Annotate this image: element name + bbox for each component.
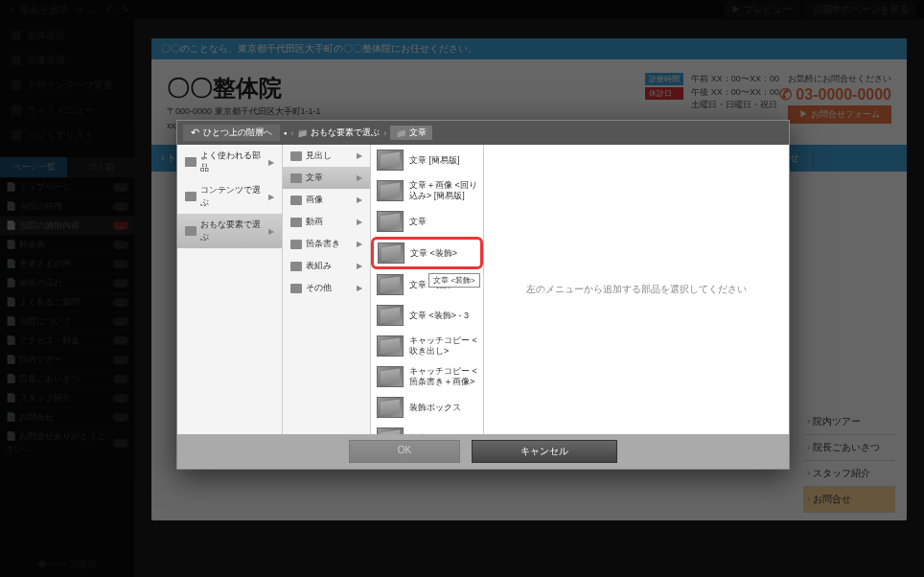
component-item[interactable]: 文章＋画像 (371, 423, 483, 434)
folder-icon (290, 173, 302, 183)
component-item[interactable]: 文章＋画像 <回り込み> [簡易版] (371, 175, 483, 206)
component-item[interactable]: 文章 <装飾>-2文章 <装飾> (371, 269, 483, 300)
chevron-right-icon: ▶ (357, 218, 362, 226)
home-icon[interactable]: ▪ (284, 128, 287, 138)
component-item[interactable]: キャッチコピー <吹き出し> (371, 331, 483, 361)
folder-icon (185, 157, 196, 167)
chevron-right-icon: ▶ (357, 284, 362, 292)
folder-icon (290, 284, 302, 293)
chevron-right-icon: ▶ (357, 262, 362, 270)
component-item[interactable]: 文章 [簡易版] (371, 145, 483, 175)
breadcrumb-folder-current[interactable]: 文章 (390, 126, 432, 140)
folder-icon (290, 151, 302, 161)
modal-preview-pane: 左のメニューから追加する部品を選択してください (484, 145, 789, 434)
component-thumbnail-icon (377, 211, 404, 232)
breadcrumb-folder-1[interactable]: おもな要素で選ぶ (297, 127, 380, 139)
folder-icon (185, 226, 196, 236)
component-thumbnail-icon (377, 274, 404, 295)
folder-item[interactable]: おもな要素で選ぶ▶ (177, 214, 282, 248)
chevron-right-icon: › (290, 128, 293, 138)
modal-column-2: 見出し▶文章▶画像▶動画▶箇条書き▶表組み▶その他▶ (283, 145, 371, 434)
ok-button[interactable]: OK (349, 440, 460, 463)
component-thumbnail-icon (377, 427, 404, 434)
folder-icon (185, 192, 196, 201)
component-thumbnail-icon (377, 397, 404, 418)
folder-icon (290, 218, 302, 227)
tooltip: 文章 <装飾> (428, 273, 480, 288)
folder-item[interactable]: 動画▶ (283, 211, 370, 233)
folder-item[interactable]: その他▶ (283, 277, 370, 299)
folder-item[interactable]: 見出し▶ (283, 145, 370, 167)
component-thumbnail-icon (377, 180, 404, 201)
modal-column-3: 文章 [簡易版]文章＋画像 <回り込み> [簡易版]文章文章 <装飾>文章 <装… (371, 145, 484, 434)
component-thumbnail-icon (378, 242, 404, 264)
chevron-right-icon: ▶ (357, 151, 362, 160)
chevron-right-icon: ▶ (357, 196, 362, 204)
folder-item[interactable]: よく使われる部品▶ (177, 145, 282, 179)
cancel-button[interactable]: キャンセル (472, 440, 617, 463)
modal-breadcrumb: ひとつ上の階層へ ▪ › おもな要素で選ぶ › 文章 (177, 121, 789, 145)
component-item[interactable]: 文章 <装飾> (371, 237, 483, 269)
component-item[interactable]: 文章 <装飾> - 3 (371, 300, 483, 331)
folder-icon (290, 240, 302, 249)
breadcrumb-back-button[interactable]: ひとつ上の階層へ (183, 125, 280, 141)
chevron-right-icon: ▶ (268, 158, 274, 167)
folder-item[interactable]: 箇条書き▶ (283, 233, 370, 255)
component-thumbnail-icon (377, 335, 404, 357)
component-thumbnail-icon (377, 305, 404, 326)
component-thumbnail-icon (377, 150, 404, 171)
modal-column-1: よく使われる部品▶コンテンツで選ぶ▶おもな要素で選ぶ▶ (177, 145, 283, 434)
chevron-right-icon: ▶ (268, 193, 274, 201)
folder-item[interactable]: 画像▶ (283, 189, 370, 211)
folder-icon (290, 196, 302, 205)
component-thumbnail-icon (377, 366, 404, 387)
folder-item[interactable]: 文章▶ (283, 167, 370, 189)
folder-item[interactable]: 表組み▶ (283, 255, 370, 277)
chevron-right-icon: ▶ (268, 227, 274, 236)
folder-icon (290, 262, 302, 271)
chevron-right-icon: ▶ (357, 173, 362, 182)
component-picker-modal: ひとつ上の階層へ ▪ › おもな要素で選ぶ › 文章 よく使われる部品▶コンテン… (176, 120, 790, 470)
component-item[interactable]: キャッチコピー <箇条書き＋画像> (371, 361, 483, 392)
folder-item[interactable]: コンテンツで選ぶ▶ (177, 179, 282, 214)
chevron-right-icon: ▶ (357, 240, 362, 248)
chevron-right-icon: › (383, 128, 386, 138)
component-item[interactable]: 文章 (371, 206, 483, 237)
component-item[interactable]: 装飾ボックス (371, 392, 483, 423)
